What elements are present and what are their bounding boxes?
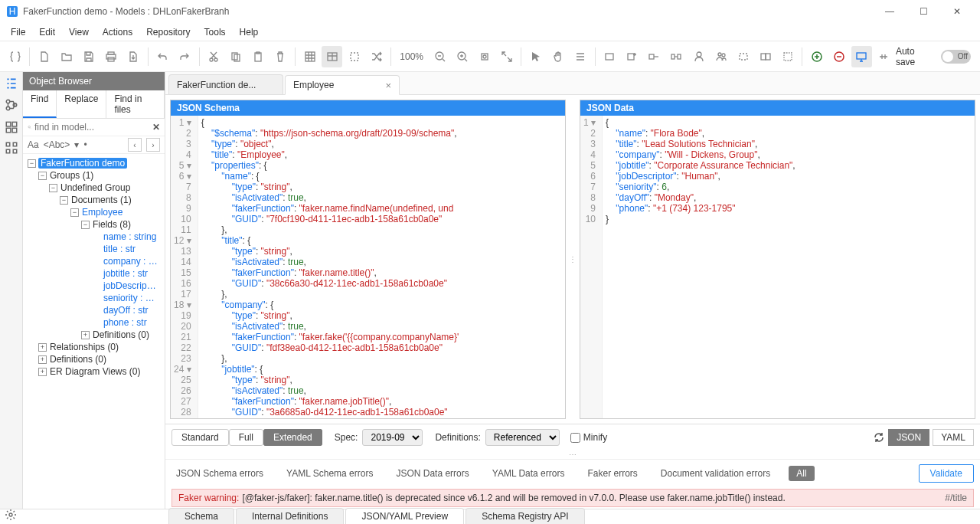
dashed-box-icon[interactable]	[777, 46, 798, 67]
view-extended-button[interactable]: Extended	[263, 429, 322, 446]
definitions-select[interactable]: Referenced	[485, 429, 560, 446]
errtab-document-validation-errors[interactable]: Document validation errors	[656, 466, 775, 481]
menu-edit[interactable]: Edit	[33, 25, 61, 39]
tree-field-jobtitle[interactable]: jobtitle : str	[103, 268, 149, 279]
monitor-icon[interactable]	[851, 46, 872, 67]
copy-icon[interactable]	[226, 46, 247, 67]
view-standard-button[interactable]: Standard	[172, 429, 229, 446]
tree-fields[interactable]: Fields (8)	[92, 219, 132, 230]
tree-documents[interactable]: Documents (1)	[70, 195, 132, 205]
errtab-all[interactable]: All	[789, 466, 814, 481]
editor-splitter[interactable]: ⋮	[570, 100, 575, 419]
menu-file[interactable]: File	[5, 25, 31, 39]
zoom-out-icon[interactable]	[430, 46, 450, 67]
tree-field-title[interactable]: title : str	[103, 244, 136, 254]
tree-employee[interactable]: Employee	[81, 207, 123, 218]
tree-field-name[interactable]: name : string	[103, 231, 157, 242]
rect-line-icon[interactable]	[644, 46, 665, 67]
undo-icon[interactable]	[152, 46, 173, 67]
fit-icon[interactable]	[474, 46, 495, 67]
print-icon[interactable]	[100, 46, 121, 67]
tree-undefined-group[interactable]: Undefined Group	[60, 182, 131, 193]
json-schema-code[interactable]: 1 ▾2345 ▾6 ▾789101112 ▾131415161718 ▾192…	[171, 116, 565, 418]
menu-tools[interactable]: Tools	[198, 25, 232, 39]
list-view-icon[interactable]	[5, 77, 18, 90]
footertab-schema[interactable]: Schema	[168, 508, 234, 524]
users-icon[interactable]	[710, 46, 731, 67]
cut-icon[interactable]	[204, 46, 224, 67]
new-file-icon[interactable]	[34, 46, 54, 67]
word-toggle[interactable]: <Abc>	[44, 139, 70, 150]
refresh-icon[interactable]	[873, 431, 885, 444]
prev-result-button[interactable]: ‹	[128, 138, 142, 152]
layers-icon[interactable]	[5, 120, 18, 133]
slider-icon[interactable]	[874, 46, 894, 67]
grid-icon[interactable]	[299, 46, 320, 67]
tree-field-company[interactable]: company : …	[103, 256, 158, 267]
menu-actions[interactable]: Actions	[96, 25, 139, 39]
next-result-button[interactable]: ›	[146, 138, 160, 152]
settings-icon[interactable]	[5, 509, 17, 521]
close-button[interactable]: ✕	[940, 0, 974, 23]
pointer-icon[interactable]	[525, 46, 546, 67]
errtab-yaml-data-errors[interactable]: YAML Data errors	[488, 466, 570, 481]
tree-definitions[interactable]: Definitions (0)	[92, 329, 150, 340]
json-format-button[interactable]: JSON	[888, 429, 929, 446]
footertab-internal-definitions[interactable]: Internal Definitions	[236, 508, 344, 524]
tree-root[interactable]: FakerFunction demo	[38, 158, 127, 169]
menu-view[interactable]: View	[63, 25, 95, 39]
search-input[interactable]	[34, 122, 149, 133]
paste-icon[interactable]	[248, 46, 269, 67]
errtab-json-data-errors[interactable]: JSON Data errors	[391, 466, 473, 481]
table-icon[interactable]	[322, 46, 342, 67]
view-full-button[interactable]: Full	[229, 429, 263, 446]
hand-icon[interactable]	[547, 46, 568, 67]
validate-button[interactable]: Validate	[919, 464, 974, 483]
tree-root-definitions[interactable]: Definitions (0)	[49, 354, 107, 365]
subtab-find-in-files[interactable]: Find in files	[106, 90, 165, 118]
case-toggle[interactable]: Aa	[28, 139, 39, 150]
link-icon[interactable]	[666, 46, 687, 67]
redo-icon[interactable]	[175, 46, 195, 67]
errtab-faker-errors[interactable]: Faker errors	[583, 466, 642, 481]
zoom-in-icon[interactable]	[452, 46, 472, 67]
footertab-json-yaml-preview[interactable]: JSON/YAML Preview	[345, 508, 464, 524]
rect-plus-icon[interactable]	[622, 46, 642, 67]
errtab-yaml-schema-errors[interactable]: YAML Schema errors	[282, 466, 377, 481]
tree-relationships[interactable]: Relationships (0)	[49, 342, 119, 352]
double-rect-icon[interactable]	[755, 46, 776, 67]
tree-field-phone[interactable]: phone : str	[103, 317, 148, 328]
close-tab-icon[interactable]: ×	[385, 80, 391, 91]
footertab-schema-registry-api[interactable]: Schema Registry API	[466, 508, 584, 524]
circle-minus-icon[interactable]	[829, 46, 850, 67]
save-icon[interactable]	[78, 46, 99, 67]
rect-dash-icon[interactable]	[733, 46, 753, 67]
tree-field-dayoff[interactable]: dayOff : str	[103, 305, 149, 316]
export-icon[interactable]	[122, 46, 143, 67]
model-tree[interactable]: −FakerFunction demo −Groups (1) −Undefin…	[23, 154, 165, 509]
open-folder-icon[interactable]	[56, 46, 77, 67]
doctab[interactable]: Employee×	[285, 75, 400, 95]
tree-field-jobdesc[interactable]: jobDescrip…	[103, 280, 157, 291]
select-area-icon[interactable]	[344, 46, 364, 67]
minimize-button[interactable]: —	[873, 0, 906, 23]
spec-select[interactable]: 2019-09	[362, 429, 423, 446]
rect-tool-icon[interactable]	[599, 46, 620, 67]
subtab-replace[interactable]: Replace	[57, 90, 106, 118]
tree-er-views[interactable]: ER Diagram Views (0)	[49, 366, 141, 377]
json-data-code[interactable]: 1 ▾2345678910{ "name": "Flora Bode", "ti…	[580, 116, 975, 418]
errtab-json-schema-errors[interactable]: JSON Schema errors	[172, 466, 268, 481]
dotted-toggle[interactable]: •	[83, 139, 87, 150]
circle-plus-icon[interactable]	[806, 46, 827, 67]
menu-help[interactable]: Help	[234, 25, 265, 39]
branch-icon[interactable]	[5, 98, 18, 112]
expand-icon[interactable]	[496, 46, 517, 67]
tree-groups[interactable]: Groups (1)	[49, 170, 94, 181]
delete-icon[interactable]	[270, 46, 291, 67]
user-icon[interactable]	[688, 46, 709, 67]
regex-toggle[interactable]: ▾	[74, 139, 79, 150]
maximize-button[interactable]: ☐	[906, 0, 940, 23]
doctab[interactable]: FakerFunction de...	[168, 74, 283, 94]
shuffle-icon[interactable]	[366, 46, 387, 67]
align-icon[interactable]	[570, 46, 591, 67]
